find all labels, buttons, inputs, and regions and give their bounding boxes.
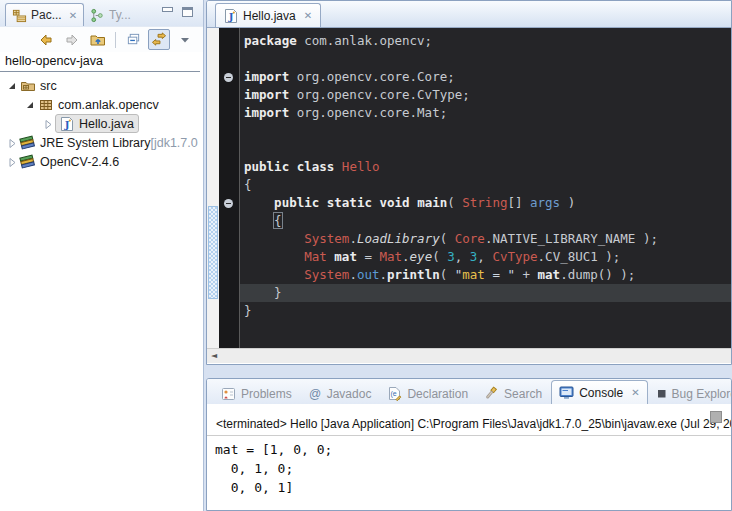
forward-icon: [64, 32, 80, 48]
tree-expander-collapsed-icon[interactable]: [6, 137, 17, 148]
code-token: (: [432, 249, 447, 264]
view-menu-button[interactable]: [174, 29, 196, 50]
console-tab-problems[interactable]: Problems: [214, 383, 299, 404]
console-output[interactable]: mat = [1, 0, 0; 0, 1, 0; 0, 0, 1]: [207, 436, 731, 497]
code-token: ,: [455, 249, 470, 264]
minimize-icon[interactable]: [162, 7, 173, 17]
code-token: org.opencv.core.Core;: [289, 69, 455, 84]
code-line: {: [240, 212, 731, 230]
code-token: [319, 195, 327, 210]
code-token: mat: [462, 267, 485, 282]
code-line: System.LoadLibrary( Core.NATIVE_LIBRARY_…: [240, 230, 731, 248]
code-token: String: [462, 195, 507, 210]
tree-item-jre-system-library[interactable]: JRE System Library [jdk1.7.0: [0, 133, 203, 152]
code-token: (: [447, 195, 462, 210]
code-token: .: [379, 267, 387, 282]
tree-item-label: Hello.java: [79, 117, 134, 131]
view-tab-label: Pac...: [31, 8, 62, 22]
tree-expander-expanded-icon[interactable]: [24, 99, 35, 110]
code-token: System: [304, 231, 349, 246]
console-tab-label: Console: [579, 386, 623, 400]
link-with-editor-button[interactable]: [148, 29, 170, 50]
code-token: class: [297, 159, 335, 174]
tree-item-opencv-2-4-6[interactable]: OpenCV-2.4.6: [0, 152, 203, 171]
view-tab-label: Ty...: [109, 8, 131, 22]
go-up-button[interactable]: [87, 29, 109, 50]
back-button[interactable]: [35, 29, 57, 50]
fold-marker-icon[interactable]: [224, 73, 233, 82]
terminate-icon[interactable]: [710, 411, 722, 423]
code-token: args: [530, 195, 560, 210]
code-token: [334, 159, 342, 174]
code-token: }: [244, 303, 252, 318]
code-token: ,: [477, 249, 492, 264]
console-tab-search[interactable]: Search: [477, 383, 549, 404]
code-area[interactable]: package com.anlak.opencv;import org.open…: [240, 28, 731, 348]
code-line: System.out.println( "mat = " + mat.dump(…: [240, 266, 731, 284]
code-token: [410, 195, 418, 210]
collapse-all-icon: [126, 32, 141, 47]
close-icon[interactable]: ✕: [69, 10, 77, 21]
close-icon[interactable]: ✕: [631, 387, 639, 398]
code-token: {: [244, 177, 252, 192]
code-token: public: [274, 195, 319, 210]
code-line: }: [240, 284, 731, 302]
package-icon: [37, 97, 54, 113]
code-token: [244, 195, 274, 210]
type-hierarchy-icon: [90, 8, 105, 23]
code-token: main: [417, 195, 447, 210]
code-token: .dump() );: [560, 267, 635, 282]
tree-item-src[interactable]: src: [0, 76, 203, 95]
maximize-icon[interactable]: [182, 7, 193, 17]
tree-item-label: OpenCV-2.4.6: [40, 155, 119, 169]
editor-tab-hello-java[interactable]: J Hello.java ✕: [215, 3, 321, 27]
tree-expander-collapsed-icon[interactable]: [6, 156, 17, 167]
console-tab-javadoc[interactable]: @Javadoc: [301, 383, 379, 404]
console-output-line: 0, 0, 1]: [215, 478, 731, 497]
tree-selection: JHello.java: [55, 114, 139, 133]
forward-button[interactable]: [61, 29, 83, 50]
scroll-left-arrow-icon[interactable]: ◄: [211, 351, 217, 360]
code-line: [240, 50, 731, 68]
console-tab-label: Bug Explorer: [672, 387, 732, 401]
code-token: import: [244, 69, 289, 84]
collapse-all-button[interactable]: [122, 29, 144, 50]
code-token: mat: [334, 249, 357, 264]
java-file-icon: J: [58, 116, 75, 132]
fold-gutter: [219, 28, 240, 348]
package-folder-icon: [19, 78, 36, 94]
view-menu-icon: [179, 36, 191, 44]
console-tab-bug-explorer[interactable]: Bug Explorer: [650, 383, 732, 404]
console-tab-declaration[interactable]: (eDeclaration: [380, 383, 475, 404]
view-tab-ty[interactable]: Ty...: [84, 4, 137, 26]
code-line: }: [240, 302, 731, 320]
tree-expander-expanded-icon[interactable]: [6, 80, 17, 91]
view-tab-pac[interactable]: Pac...✕: [5, 3, 84, 26]
tree-expander-collapsed-icon[interactable]: [42, 118, 53, 129]
console-tab-label: Problems: [241, 387, 292, 401]
tree-item-label: src: [40, 79, 57, 93]
fold-marker-icon[interactable]: [224, 199, 233, 208]
code-token: public: [244, 159, 289, 174]
code-token: [244, 249, 304, 264]
view-window-buttons: [162, 7, 193, 17]
code-token: []: [507, 195, 530, 210]
back-icon: [38, 32, 54, 48]
close-icon[interactable]: ✕: [304, 10, 312, 21]
code-token: mat: [538, 267, 561, 282]
editor-panel: J Hello.java ✕ package com.anlak.opencv;…: [206, 0, 732, 365]
tree-item-com-anlak-opencv[interactable]: com.anlak.opencv: [0, 95, 203, 114]
code-token: org.opencv.core.CvType;: [289, 87, 470, 102]
code-token: com.anlak.opencv;: [297, 33, 432, 48]
code-token: ): [560, 195, 575, 210]
code-token: .: [349, 231, 357, 246]
code-token: [244, 267, 304, 282]
console-tab-console[interactable]: Console✕: [551, 380, 647, 404]
project-root-label[interactable]: hello-opencv-java: [0, 52, 200, 72]
console-output-line: mat = [1, 0, 0;: [215, 440, 731, 459]
code-token: 3: [447, 249, 455, 264]
tree-item-hello-java[interactable]: JHello.java: [0, 114, 203, 133]
go-up-icon: [90, 32, 106, 48]
code-token: println: [387, 267, 440, 282]
horizontal-scrollbar[interactable]: ◄: [207, 348, 731, 363]
